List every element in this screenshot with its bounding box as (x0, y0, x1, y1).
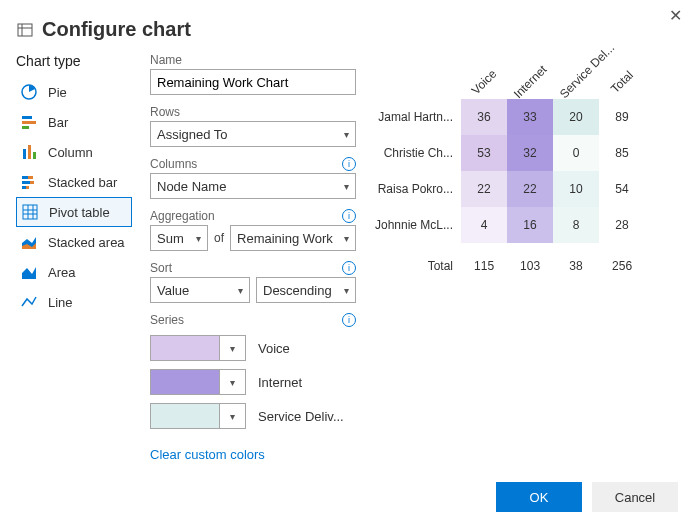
table-row: Johnnie McL...416828 (374, 207, 645, 243)
dialog-title: Configure chart (42, 18, 191, 41)
chart-type-label: Line (48, 295, 73, 310)
pivot-cell: 53 (461, 135, 507, 171)
column-icon (20, 143, 40, 161)
name-input[interactable] (150, 69, 356, 95)
series-row-internet: ▾ Internet (150, 369, 356, 395)
close-icon[interactable]: ✕ (669, 6, 682, 25)
aggregation-field-value: Remaining Work (237, 231, 333, 246)
info-icon[interactable]: i (342, 209, 356, 223)
cancel-button[interactable]: Cancel (592, 482, 678, 512)
svg-rect-16 (23, 205, 37, 219)
pivot-total-cell: 103 (507, 243, 553, 279)
chart-type-label: Pivot table (49, 205, 110, 220)
svg-rect-15 (26, 186, 29, 189)
pivot-table-preview: Voice Internet Service Del... Total Jama… (374, 73, 645, 279)
chart-config-icon (16, 21, 34, 39)
pivot-col-header: Service Del... (553, 73, 599, 99)
aggregation-field-select[interactable]: Remaining Work ▾ (230, 225, 356, 251)
chart-type-pivot-table[interactable]: Pivot table (16, 197, 132, 227)
ok-button[interactable]: OK (496, 482, 582, 512)
chart-type-column[interactable]: Column (16, 137, 132, 167)
chart-type-label: Stacked area (48, 235, 125, 250)
columns-label: Columns i (150, 157, 356, 171)
pivot-cell: 22 (461, 171, 507, 207)
series-color-select[interactable]: ▾ (150, 369, 246, 395)
pivot-row-header: Johnnie McL... (374, 207, 461, 243)
dialog-footer: OK Cancel (496, 482, 678, 512)
sort-by-select[interactable]: Value ▾ (150, 277, 250, 303)
stacked-bar-icon (20, 173, 40, 191)
chart-type-bar[interactable]: Bar (16, 107, 132, 137)
rows-value: Assigned To (157, 127, 228, 142)
pivot-row-header: Jamal Hartn... (374, 99, 461, 135)
color-swatch (151, 404, 219, 428)
pivot-cell: 28 (599, 207, 645, 243)
svg-rect-11 (28, 176, 33, 179)
chevron-down-icon: ▾ (344, 181, 349, 192)
columns-value: Node Name (157, 179, 226, 194)
info-icon[interactable]: i (342, 261, 356, 275)
series-name: Voice (258, 341, 290, 356)
columns-select[interactable]: Node Name ▾ (150, 173, 356, 199)
chart-type-line[interactable]: Line (16, 287, 132, 317)
pivot-cell: 36 (461, 99, 507, 135)
pie-icon (20, 83, 40, 101)
sort-dir-select[interactable]: Descending ▾ (256, 277, 356, 303)
svg-rect-6 (22, 126, 29, 129)
chart-type-area[interactable]: Area (16, 257, 132, 287)
aggregation-func-select[interactable]: Sum ▾ (150, 225, 208, 251)
area-icon (20, 263, 40, 281)
svg-rect-12 (22, 181, 30, 184)
pivot-col-header: Internet (507, 73, 553, 99)
color-swatch (151, 370, 219, 394)
pivot-table-icon (21, 203, 41, 221)
chevron-down-icon: ▾ (230, 343, 235, 354)
pivot-cell: 33 (507, 99, 553, 135)
pivot-row-header: Total (374, 243, 461, 279)
series-color-select[interactable]: ▾ (150, 403, 246, 429)
series-color-select[interactable]: ▾ (150, 335, 246, 361)
clear-custom-colors-link[interactable]: Clear custom colors (150, 447, 356, 462)
pivot-total-cell: 38 (553, 243, 599, 279)
pivot-row-header: Christie Ch... (374, 135, 461, 171)
pivot-cell: 20 (553, 99, 599, 135)
chart-type-sidebar: Chart type Pie Bar Column Stacked bar (16, 53, 132, 462)
config-form: Name Rows Assigned To ▾ Columns i Node N… (150, 53, 356, 462)
svg-rect-0 (18, 24, 32, 36)
pivot-cell: 89 (599, 99, 645, 135)
sort-by-value: Value (157, 283, 189, 298)
pivot-cell: 16 (507, 207, 553, 243)
chart-type-stacked-area[interactable]: Stacked area (16, 227, 132, 257)
name-label: Name (150, 53, 356, 67)
rows-select[interactable]: Assigned To ▾ (150, 121, 356, 147)
table-row: Jamal Hartn...36332089 (374, 99, 645, 135)
table-row: Christie Ch...5332085 (374, 135, 645, 171)
table-row: Raisa Pokro...22221054 (374, 171, 645, 207)
series-name: Service Deliv... (258, 409, 344, 424)
series-name: Internet (258, 375, 302, 390)
svg-rect-9 (33, 152, 36, 159)
series-label: Series i (150, 313, 356, 327)
chart-type-label: Area (48, 265, 75, 280)
chart-type-label: Stacked bar (48, 175, 117, 190)
pivot-total-cell: 256 (599, 243, 645, 279)
series-row-service-delivery: ▾ Service Deliv... (150, 403, 356, 429)
info-icon[interactable]: i (342, 157, 356, 171)
rows-label: Rows (150, 105, 356, 119)
chevron-down-icon: ▾ (344, 129, 349, 140)
info-icon[interactable]: i (342, 313, 356, 327)
chevron-down-icon: ▾ (230, 377, 235, 388)
chevron-down-icon: ▾ (344, 233, 349, 244)
chart-type-pie[interactable]: Pie (16, 77, 132, 107)
pivot-cell: 8 (553, 207, 599, 243)
chart-type-stacked-bar[interactable]: Stacked bar (16, 167, 132, 197)
chevron-down-icon: ▾ (344, 285, 349, 296)
sort-dir-value: Descending (263, 283, 332, 298)
pivot-col-header: Total (599, 73, 645, 99)
chart-type-label: Column (48, 145, 93, 160)
stacked-area-icon (20, 233, 40, 251)
pivot-total-cell: 115 (461, 243, 507, 279)
svg-rect-13 (30, 181, 34, 184)
of-text: of (214, 231, 224, 245)
svg-rect-14 (22, 186, 26, 189)
